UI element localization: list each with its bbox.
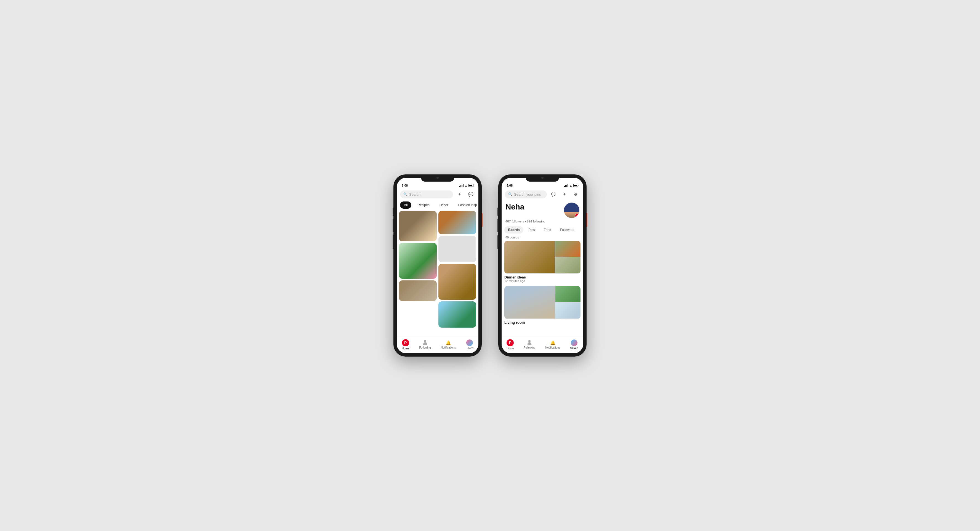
camera bbox=[436, 177, 439, 179]
board-title-dinner: Dinner ideas bbox=[504, 275, 581, 279]
phone-notch-2 bbox=[526, 174, 559, 182]
profile-stats: 487 followers · 224 following bbox=[501, 219, 583, 225]
masonry-col-2 bbox=[438, 211, 476, 337]
search-bar-2: 🔍 Search your pins 💬 + ⚙ bbox=[501, 188, 583, 200]
wifi-icon: ▲ bbox=[465, 184, 468, 187]
power-button-2 bbox=[587, 213, 587, 227]
pill-decor[interactable]: Decor bbox=[436, 201, 452, 209]
search-bar-1: 🔍 Search + 💬 bbox=[397, 188, 479, 200]
message-button-2[interactable]: 💬 bbox=[549, 190, 558, 199]
search-input-wrap-2[interactable]: 🔍 Search your pins bbox=[505, 190, 547, 198]
wifi-icon-2: ▲ bbox=[570, 184, 572, 187]
mute-button-2 bbox=[498, 235, 498, 249]
nav-home-1[interactable]: P Home bbox=[402, 339, 409, 350]
power-button bbox=[482, 213, 482, 227]
following-icon-2 bbox=[527, 340, 532, 346]
camera-2 bbox=[541, 177, 544, 179]
tab-boards[interactable]: Boards bbox=[504, 226, 523, 233]
nav-notifications-1[interactable]: 🔔 Notifications bbox=[441, 340, 456, 349]
nav-following-1[interactable]: Following bbox=[419, 340, 431, 349]
tab-pins[interactable]: Pins bbox=[525, 226, 539, 233]
battery-icon-2 bbox=[573, 184, 578, 187]
board-img-sub4-2 bbox=[555, 303, 581, 319]
bottom-nav-1: P Home Following 🔔 Notifications Saved bbox=[397, 337, 479, 353]
nav-saved-label-2: Saved bbox=[570, 347, 578, 350]
board-img-sub4-1 bbox=[555, 257, 581, 273]
settings-button-2[interactable]: ⚙ bbox=[571, 190, 580, 199]
pin-card-building[interactable] bbox=[438, 264, 476, 300]
profile-avatar[interactable]: ✓ bbox=[564, 203, 579, 218]
bell-icon-1: 🔔 bbox=[445, 340, 451, 346]
volume-up-button bbox=[393, 207, 393, 216]
mute-button bbox=[393, 235, 393, 249]
nav-home-label-1: Home bbox=[402, 347, 409, 350]
board-item-living[interactable]: Living room bbox=[504, 286, 581, 325]
pin-card-blank[interactable] bbox=[438, 236, 476, 262]
board-grid-dinner bbox=[504, 241, 581, 274]
nav-following-label-1: Following bbox=[419, 346, 431, 349]
nav-following-label-2: Following bbox=[523, 346, 535, 349]
board-grid-living bbox=[504, 286, 581, 319]
masonry-grid-1 bbox=[397, 211, 479, 337]
add-button-2[interactable]: + bbox=[560, 190, 569, 199]
avatar-hijab bbox=[564, 203, 579, 212]
verified-badge: ✓ bbox=[575, 214, 579, 218]
pin-card-palm[interactable] bbox=[438, 301, 476, 328]
phone-1-screen: 8:08 ▲ 🔍 Search + 💬 bbox=[397, 178, 479, 353]
phone-1: 8:08 ▲ 🔍 Search + 💬 bbox=[393, 174, 482, 357]
status-bar-2: 8:08 ▲ bbox=[501, 182, 583, 188]
profile-name: Neha bbox=[506, 203, 524, 211]
board-item-dinner[interactable]: Dinner ideas 12 minutes ago bbox=[504, 241, 581, 282]
nav-notifications-label-2: Notifications bbox=[545, 346, 560, 349]
search-placeholder-2: Search your pins bbox=[514, 192, 541, 196]
nav-home-label-2: Home bbox=[507, 347, 514, 350]
search-icon-1: 🔍 bbox=[403, 192, 407, 196]
masonry-col-1 bbox=[399, 211, 437, 337]
phone-2-screen: 8:08 ▲ 🔍 Search your pins 💬 bbox=[501, 178, 583, 353]
nav-home-2[interactable]: P Home bbox=[507, 339, 514, 350]
nav-following-2[interactable]: Following bbox=[523, 340, 535, 349]
pin-card-plant[interactable] bbox=[399, 243, 437, 279]
message-button-1[interactable]: 💬 bbox=[466, 190, 475, 199]
search-placeholder-1: Search bbox=[409, 192, 420, 196]
board-img-main-1 bbox=[504, 241, 555, 273]
boards-count: 49 boards bbox=[501, 236, 583, 241]
nav-notifications-label-1: Notifications bbox=[441, 346, 456, 349]
pill-fashion[interactable]: Fashion insp bbox=[454, 201, 479, 209]
board-img-main-2 bbox=[504, 286, 555, 319]
volume-up-button-2 bbox=[498, 207, 498, 216]
tab-tried[interactable]: Tried bbox=[540, 226, 555, 233]
signal-icon bbox=[460, 184, 463, 187]
profile-header: Neha ✓ bbox=[501, 200, 583, 219]
nav-notifications-2[interactable]: 🔔 Notifications bbox=[545, 340, 560, 349]
category-row-1: All Recipes Decor Fashion insp bbox=[397, 200, 479, 211]
pin-card-dog[interactable] bbox=[438, 211, 476, 234]
signal-icon-2 bbox=[564, 184, 568, 187]
following-icon-1 bbox=[422, 340, 428, 346]
pin-card-food[interactable] bbox=[399, 211, 437, 241]
search-input-wrap-1[interactable]: 🔍 Search bbox=[400, 190, 453, 198]
bell-icon-2: 🔔 bbox=[550, 340, 556, 346]
pill-recipes[interactable]: Recipes bbox=[414, 201, 433, 209]
board-time-dinner: 12 minutes ago bbox=[504, 279, 581, 282]
phone-notch bbox=[421, 174, 454, 182]
pin-card-texture[interactable] bbox=[399, 281, 437, 301]
board-title-living: Living room bbox=[504, 321, 581, 325]
boards-list: Dinner ideas 12 minutes ago Living room bbox=[501, 241, 583, 337]
pinterest-logo-2: P bbox=[507, 339, 514, 346]
tab-followers[interactable]: Followers bbox=[556, 226, 578, 233]
followers-count[interactable]: 487 followers bbox=[506, 220, 524, 223]
status-bar-1: 8:08 ▲ bbox=[397, 182, 479, 188]
status-time-1: 8:08 bbox=[402, 184, 408, 187]
nav-saved-1[interactable]: Saved bbox=[466, 340, 473, 350]
volume-down-button bbox=[393, 218, 393, 232]
bottom-nav-2: P Home Following 🔔 Notifications Saved bbox=[501, 337, 583, 353]
pill-all[interactable]: All bbox=[400, 201, 411, 209]
following-count[interactable]: 224 following bbox=[527, 220, 545, 223]
board-img-sub3-2 bbox=[555, 286, 581, 302]
nav-saved-label-1: Saved bbox=[466, 347, 473, 350]
board-img-sub3-1 bbox=[555, 241, 581, 257]
battery-icon bbox=[468, 184, 473, 187]
nav-saved-2[interactable]: Saved bbox=[570, 340, 578, 350]
add-button-1[interactable]: + bbox=[455, 190, 464, 199]
